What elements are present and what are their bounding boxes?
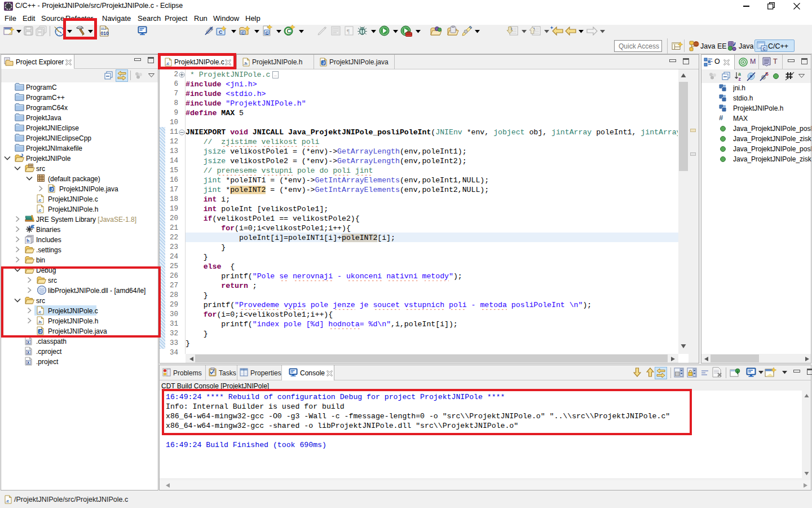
svg-text:X: X (27, 361, 30, 365)
svg-text:C: C (266, 30, 269, 36)
svg-text:.h: .h (244, 61, 248, 66)
svg-text:.c: .c (38, 208, 42, 213)
svg-text:X: X (27, 351, 30, 354)
svg-text:C: C (219, 29, 223, 35)
svg-text:X: X (27, 340, 30, 344)
svg-text:z: z (739, 76, 741, 82)
svg-text:.c: .c (38, 198, 42, 203)
svg-text:J: J (51, 187, 53, 192)
svg-text:C: C (241, 30, 245, 36)
svg-text:010: 010 (101, 30, 109, 36)
svg-text:¶: ¶ (347, 28, 350, 34)
svg-text:h: h (27, 238, 29, 244)
svg-text:C: C (287, 28, 292, 34)
svg-text:.c: .c (6, 498, 10, 503)
svg-text:C: C (763, 46, 766, 51)
svg-text:J: J (323, 60, 325, 65)
